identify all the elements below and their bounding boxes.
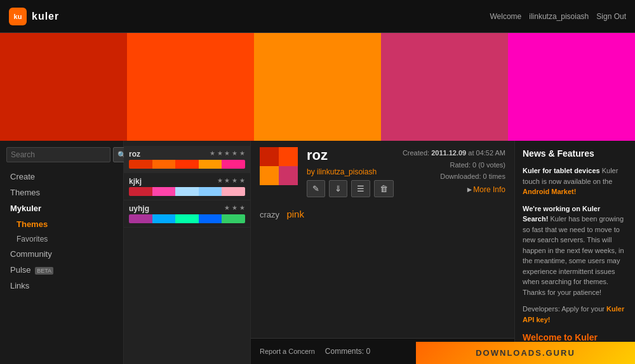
search-area: 🔍: [0, 147, 123, 169]
detail-created-date: 2011.12.09: [431, 149, 466, 157]
theme-bar-uyhjg: [129, 214, 245, 223]
detail-panel: roz by ilinkutza_pisoiash ✎ ⇓ ☰ 🗑 Create…: [251, 141, 514, 364]
tag-pink[interactable]: pink: [286, 209, 304, 219]
sidebar-item-themes[interactable]: Themes: [0, 185, 123, 200]
detail-swatch: [260, 147, 298, 185]
tag-crazy[interactable]: crazy: [260, 210, 279, 219]
theme-bar-roz: [129, 160, 245, 169]
main: 🔍 Create Themes Mykuler Themes Favorites…: [0, 141, 635, 364]
android-market-link[interactable]: Android Market!: [523, 188, 576, 195]
theme-name-kjkj: kjkj: [129, 177, 142, 186]
edit-button[interactable]: ✎: [307, 180, 325, 197]
more-info-link[interactable]: More Info: [473, 185, 505, 194]
download-swatch-button[interactable]: ⇓: [329, 180, 347, 197]
watermark-overlay: DOWNLOADS.GURU: [416, 342, 635, 364]
detail-author: by ilinkutza_pisoiash: [307, 167, 403, 176]
detail-color-1: [260, 147, 279, 166]
color-swatch-2: [127, 33, 254, 141]
theme-item-kjkj[interactable]: kjkj ★ ★ ★ ★: [124, 173, 250, 200]
search-input[interactable]: [6, 147, 110, 162]
theme-stars-kjkj: ★ ★ ★ ★: [217, 177, 245, 184]
header: ku kuler Welcome ilinkutza_pisoiash Sign…: [0, 0, 635, 33]
comments-count: Comments: 0: [325, 347, 370, 356]
beta-badge: BETA: [35, 267, 53, 275]
sidebar-item-pulse[interactable]: Pulse BETA: [0, 262, 123, 278]
color-swatch-5: [508, 33, 635, 141]
more-info-arrow: ►: [465, 185, 473, 194]
detail-meta: Created: 2011.12.09 at 04:52 AM Rated: 0…: [403, 147, 505, 183]
detail-color-3: [260, 166, 279, 185]
theme-item-roz[interactable]: roz ★ ★ ★ ★ ★: [124, 146, 250, 173]
sidebar: 🔍 Create Themes Mykuler Themes Favorites…: [0, 141, 124, 364]
news-section-tablet: Kuler for tablet devices Kuler touch is …: [523, 166, 627, 197]
color-swatch-1: [0, 33, 127, 141]
theme-stars-roz: ★ ★ ★ ★ ★: [210, 150, 245, 157]
logo-area: ku kuler: [9, 8, 59, 25]
theme-item-uyhjg[interactable]: uyhjg ★ ★ ★: [124, 200, 250, 228]
detail-author-name[interactable]: ilinkutza_pisoiash: [317, 167, 377, 176]
report-concern[interactable]: Report a Concern: [260, 348, 315, 355]
tags-area: crazy pink: [260, 209, 505, 219]
theme-name-roz: roz: [129, 150, 140, 159]
signout-button[interactable]: Sign Out: [596, 12, 626, 21]
color-swatch-3: [254, 33, 381, 141]
color-swatch-4: [381, 33, 508, 141]
sidebar-item-themes-active[interactable]: Themes: [0, 216, 123, 232]
header-right: Welcome ilinkutza_pisoiash Sign Out: [490, 12, 626, 21]
theme-name-uyhjg: uyhjg: [129, 204, 149, 213]
logo-text: kuler: [32, 11, 59, 22]
news-panel: News & Features Kuler for tablet devices…: [514, 141, 635, 364]
detail-color-4: [279, 166, 298, 185]
detail-actions: ✎ ⇓ ☰ 🗑: [307, 180, 403, 197]
theme-stars-uyhjg: ★ ★ ★: [224, 204, 245, 211]
username-link[interactable]: ilinkutza_pisoiash: [529, 12, 589, 21]
delete-button[interactable]: 🗑: [374, 180, 394, 197]
theme-bar-kjkj: [129, 187, 245, 196]
welcome-text: Welcome: [490, 12, 521, 21]
news-section-api: Developers: Apply for your Kuler API key…: [523, 304, 627, 325]
list-button[interactable]: ☰: [351, 180, 370, 197]
theme-list: roz ★ ★ ★ ★ ★ kjkj ★ ★ ★ ★: [124, 141, 251, 364]
detail-downloaded: 0 times: [483, 172, 505, 180]
sidebar-item-community[interactable]: Community: [0, 246, 123, 262]
color-bar: [0, 33, 635, 141]
news-section-search: We're working on Kuler Search! Kuler has…: [523, 204, 627, 298]
detail-color-2: [279, 147, 298, 166]
detail-title: roz: [307, 147, 403, 164]
sidebar-item-create[interactable]: Create: [0, 169, 123, 185]
sidebar-item-links[interactable]: Links: [0, 278, 123, 294]
detail-rated: 0 (0 votes): [472, 161, 505, 169]
sidebar-item-favorites[interactable]: Favorites: [0, 232, 123, 246]
logo-icon: ku: [9, 8, 27, 25]
news-title: News & Features: [523, 147, 627, 160]
sidebar-item-mykuler[interactable]: Mykuler: [0, 200, 123, 216]
